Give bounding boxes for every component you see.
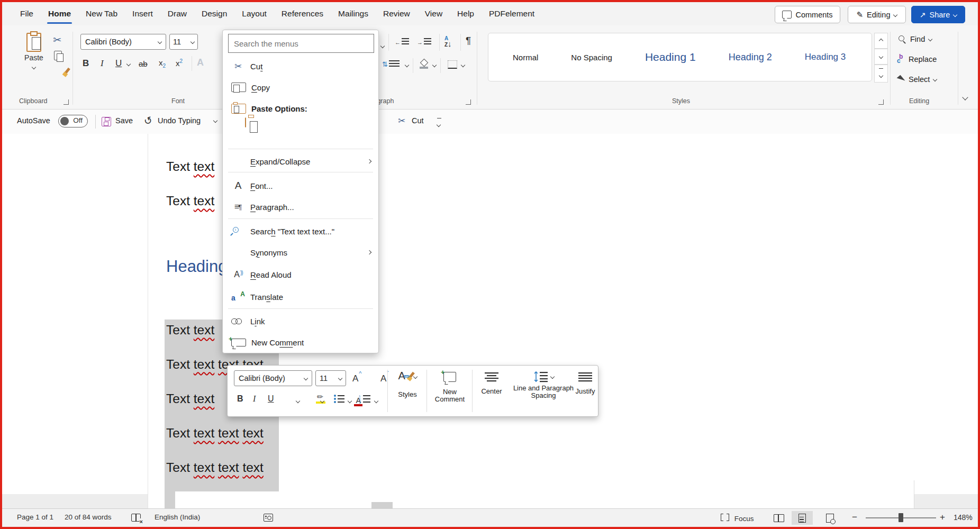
replace-button[interactable]: Replace [896, 55, 937, 63]
word-count[interactable]: 20 of 84 words [65, 513, 112, 521]
gallery-down-button[interactable] [874, 49, 888, 65]
superscript-button[interactable]: x2 [176, 58, 183, 68]
menu-tab-help[interactable]: Help [450, 2, 482, 25]
paragraph-dialog-launcher[interactable] [466, 99, 471, 105]
find-button[interactable]: Find [899, 35, 932, 43]
underline-button[interactable]: U [268, 394, 274, 404]
gallery-more-button[interactable] [874, 65, 888, 83]
show-marks-button[interactable]: ¶ [466, 35, 471, 47]
bold-button[interactable]: B [83, 58, 89, 69]
zoom-slider-handle[interactable] [899, 513, 903, 522]
chevron-down-icon[interactable] [405, 63, 409, 67]
cut-label[interactable]: Cut [412, 116, 424, 125]
underline-button[interactable]: U [115, 58, 122, 69]
page-indicator[interactable]: Page 1 of 1 [17, 513, 53, 521]
zoom-in-button[interactable]: + [940, 512, 945, 523]
menu-tab-file[interactable]: File [13, 2, 41, 25]
context-menu-item-new-comment[interactable]: New Comment [223, 333, 378, 352]
web-layout-button[interactable] [819, 511, 840, 525]
menu-tab-pdfelement[interactable]: PDFelement [482, 2, 542, 25]
font-name-combo[interactable]: Calibri (Body) [234, 370, 312, 386]
subscript-button[interactable]: x2 [159, 58, 166, 69]
context-menu-item-paragraph[interactable]: Paragraph... [223, 197, 378, 216]
center-button[interactable]: Center [475, 372, 508, 395]
menu-tab-draw[interactable]: Draw [160, 2, 194, 25]
strikethrough-button[interactable]: ab [139, 59, 148, 68]
menu-tab-design[interactable]: Design [194, 2, 234, 25]
bullets-button[interactable] [333, 394, 345, 406]
zoom-out-button[interactable]: − [852, 512, 857, 523]
save-icon[interactable] [102, 117, 111, 126]
proofing-errors-icon[interactable] [131, 514, 141, 522]
style-heading-1[interactable]: Heading 1 [645, 51, 696, 63]
context-menu-item-cut[interactable]: Cut [223, 57, 378, 76]
italic-button[interactable]: I [101, 58, 104, 69]
menu-tab-review[interactable]: Review [376, 2, 418, 25]
line-paragraph-spacing-button[interactable]: Line and Paragraph Spacing [511, 371, 576, 399]
chevron-down-icon[interactable] [374, 399, 378, 403]
menu-tab-home[interactable]: Home [41, 2, 78, 25]
borders-button[interactable] [448, 60, 457, 69]
underline-chevron-icon[interactable] [126, 62, 131, 66]
style-heading-2[interactable]: Heading 2 [729, 52, 772, 63]
context-menu-item-read-aloud[interactable]: Read Aloud [223, 265, 378, 284]
numbering-button[interactable]: 123 [359, 394, 371, 406]
collapse-ribbon-icon[interactable] [962, 94, 968, 100]
print-layout-button[interactable] [792, 511, 813, 525]
context-menu-item-synonyms[interactable]: Synonyms [223, 243, 378, 262]
read-mode-button[interactable] [768, 511, 790, 525]
menu-tab-view[interactable]: View [418, 2, 450, 25]
chevron-down-icon[interactable] [348, 399, 352, 403]
cut-icon[interactable]: ✂ [53, 34, 61, 46]
decrease-indent-button[interactable]: ← [395, 38, 409, 46]
bold-button[interactable]: B [237, 394, 243, 404]
menu-tab-new-tab[interactable]: New Tab [78, 2, 125, 25]
style-normal[interactable]: Normal [513, 53, 538, 62]
shading-button[interactable] [419, 59, 429, 69]
menu-tab-references[interactable]: References [274, 2, 331, 25]
search-menus-input[interactable] [228, 34, 374, 53]
undo-label[interactable]: Undo Typing [158, 116, 201, 125]
gallery-up-button[interactable] [874, 33, 888, 49]
justify-button[interactable]: Justify [573, 372, 598, 395]
menu-tab-insert[interactable]: Insert [125, 2, 160, 25]
font-size-combo[interactable]: 11 [315, 370, 346, 386]
language-indicator[interactable]: English (India) [155, 513, 200, 521]
menu-tab-mailings[interactable]: Mailings [331, 2, 376, 25]
context-menu-item-translate[interactable]: Translate [223, 287, 378, 306]
context-menu-item-font[interactable]: Font... [223, 176, 378, 195]
line-spacing-button[interactable]: ⇅ [382, 60, 400, 68]
styles-dialog-launcher[interactable] [878, 99, 884, 105]
undo-chevron-icon[interactable] [213, 118, 217, 123]
focus-button[interactable]: Focus [721, 514, 754, 523]
font-name-combo[interactable]: Calibri (Body) [80, 34, 166, 50]
clipboard-dialog-launcher[interactable] [63, 99, 69, 105]
context-menu-item-search-text-text-text[interactable]: Search "Text text text..." [223, 222, 378, 241]
style-no-spacing[interactable]: No Spacing [571, 53, 612, 62]
paste-button[interactable]: Paste [18, 33, 50, 70]
macro-record-icon[interactable] [264, 514, 273, 522]
editing-mode-button[interactable]: ✎ Editing [848, 6, 906, 23]
save-label[interactable]: Save [115, 116, 133, 125]
toolbar-overflow-icon[interactable] [437, 118, 441, 128]
context-menu-item-copy[interactable]: Copy [223, 78, 378, 97]
context-menu-item-paste-options[interactable]: Paste Options: [223, 99, 378, 118]
styles-button[interactable]: Styles [391, 371, 424, 398]
undo-icon[interactable]: ↺ [142, 114, 155, 128]
cut-icon[interactable]: ✂ [398, 115, 405, 126]
copy-icon[interactable] [54, 51, 62, 60]
autosave-toggle[interactable]: Off [58, 115, 88, 127]
context-menu-item-expand-collapse[interactable]: Expand/Collapse [223, 152, 378, 171]
chevron-down-icon[interactable] [296, 399, 300, 403]
chevron-down-icon[interactable] [461, 63, 465, 67]
increase-indent-button[interactable]: → [417, 38, 431, 46]
document-canvas[interactable]: Text textText textHeadingText textText t… [2, 134, 978, 509]
grow-font-button[interactable]: A^ [352, 373, 361, 384]
new-comment-button[interactable]: New Comment [430, 372, 470, 403]
style-heading-3[interactable]: Heading 3 [805, 52, 846, 62]
multilevel-list-chevron-icon[interactable] [380, 44, 385, 48]
share-button[interactable]: ↗ Share [911, 6, 965, 23]
comments-button[interactable]: Comments [775, 6, 840, 23]
text-effects-button[interactable]: A [197, 57, 204, 68]
zoom-level[interactable]: 148% [954, 513, 973, 522]
